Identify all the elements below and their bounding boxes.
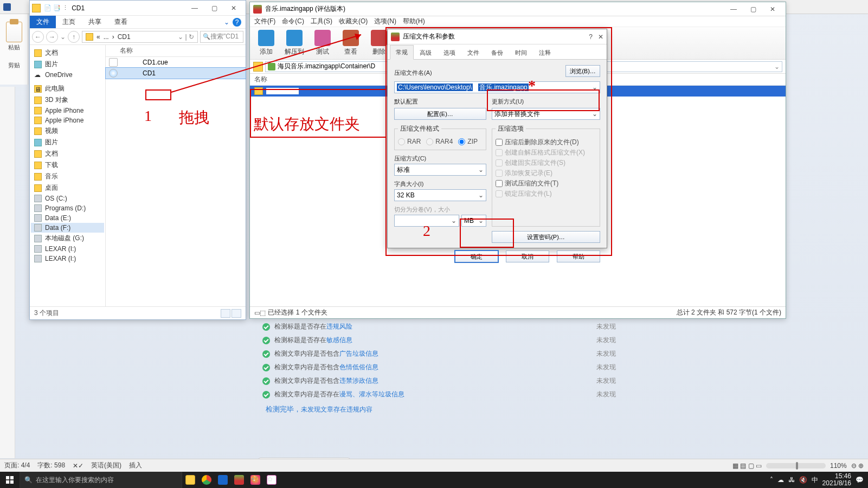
sidebar-item[interactable]: 下载: [31, 159, 104, 171]
insert-mode[interactable]: 插入: [129, 461, 142, 470]
browse-button[interactable]: 浏览(B)…: [565, 65, 600, 77]
sidebar-item[interactable]: Apple iPhone: [31, 115, 104, 125]
sidebar-item[interactable]: LEXAR (I:): [31, 244, 104, 254]
clock[interactable]: 15:462021/8/16: [822, 473, 851, 487]
sidebar-item[interactable]: Apple iPhone: [31, 106, 104, 115]
sidebar-item[interactable]: 视频: [31, 125, 104, 137]
maximize-button[interactable]: ▢: [743, 4, 763, 15]
chk-sfx[interactable]: 创建自解压格式压缩文件(X): [496, 148, 596, 157]
help-button[interactable]: 帮助: [557, 251, 600, 262]
archive-name-field[interactable]: C:\Users\lenovo\Desktop\ 音乐.imazingapp ⌄: [394, 81, 600, 93]
menu-item[interactable]: 选项(N): [374, 17, 396, 26]
tb-chrome[interactable]: [198, 472, 215, 488]
help-button[interactable]: ?: [589, 33, 593, 41]
tb-word[interactable]: [215, 472, 231, 488]
up-icon[interactable]: [253, 62, 263, 72]
menu-item[interactable]: 命令(C): [282, 17, 304, 26]
file-row[interactable]: CD1: [106, 68, 246, 79]
word-count[interactable]: 字数: 598: [37, 461, 65, 470]
sidebar-item[interactable]: OS (C:): [31, 194, 104, 203]
column-header[interactable]: 名称: [106, 45, 246, 57]
tab-注释[interactable]: 注释: [533, 46, 557, 60]
minimize-button[interactable]: —: [724, 4, 743, 15]
toolbar-查看[interactable]: 查看: [338, 28, 364, 58]
split-unit[interactable]: MB⌄: [461, 215, 486, 227]
sidebar-item[interactable]: 桌面: [31, 182, 104, 194]
search-input[interactable]: 🔍 搜索"CD1: [200, 31, 243, 43]
file-row[interactable]: CD1.cue: [106, 57, 246, 68]
page-count[interactable]: 页面: 4/4: [4, 461, 30, 470]
sidebar-item[interactable]: Programs (D:): [31, 203, 104, 213]
zoom-level[interactable]: 110%: [830, 462, 847, 470]
lang-indicator[interactable]: 英语(美国): [91, 461, 121, 470]
zoom-slider[interactable]: [766, 463, 826, 468]
tab-时间[interactable]: 时间: [509, 46, 533, 60]
update-mode-select[interactable]: 添加并替换文件⌄: [492, 108, 600, 120]
chk-solid[interactable]: 创建固实压缩文件(S): [496, 158, 596, 168]
close-button[interactable]: ✕: [598, 33, 603, 41]
close-button[interactable]: ✕: [224, 2, 243, 14]
tab-常规[interactable]: 常规: [390, 45, 414, 60]
profile-button[interactable]: 配置(E)…: [394, 108, 486, 120]
tray-vol[interactable]: 🔇: [799, 476, 807, 484]
menu-item[interactable]: 收藏夹(O): [339, 17, 368, 26]
tb-winrar[interactable]: [231, 472, 247, 488]
chk-recovery[interactable]: 添加恢复记录(E): [496, 169, 596, 178]
menu-item[interactable]: 帮助(H): [403, 17, 425, 26]
radio-rar4[interactable]: RAR4: [426, 138, 453, 145]
menu-item[interactable]: 工具(S): [311, 17, 332, 26]
sidebar-item[interactable]: 图片: [31, 137, 104, 148]
tab-选项[interactable]: 选项: [438, 46, 461, 60]
tray-onedrive[interactable]: ☁: [777, 476, 784, 484]
view-icons[interactable]: [232, 309, 241, 318]
method-select[interactable]: 标准⌄: [394, 164, 486, 176]
tab-file[interactable]: 文件: [30, 16, 56, 28]
radio-zip[interactable]: ZIP: [458, 138, 478, 145]
sidebar-item[interactable]: 3D 对象: [31, 94, 104, 106]
chk-delete[interactable]: 压缩后删除原来的文件(D): [496, 138, 596, 147]
tab-home[interactable]: 主页: [56, 16, 82, 28]
sidebar-item[interactable]: 文档: [31, 148, 104, 159]
cancel-button[interactable]: 取消: [506, 251, 549, 262]
tab-view[interactable]: 查看: [108, 16, 134, 28]
sidebar-item[interactable]: ☁OneDrive: [31, 70, 104, 80]
tray-up[interactable]: ˄: [770, 476, 773, 484]
nav-fwd[interactable]: →: [46, 31, 58, 43]
sidebar-item[interactable]: LEXAR (I:): [31, 254, 104, 264]
chk-lock[interactable]: 锁定压缩文件(L): [496, 189, 596, 198]
tab-高级[interactable]: 高级: [414, 46, 438, 60]
nav-back[interactable]: ←: [32, 31, 44, 43]
start-button[interactable]: [0, 472, 20, 488]
tb-explorer[interactable]: [182, 472, 198, 488]
breadcrumb[interactable]: « ...› CD1 ⌄ | ↻: [82, 31, 198, 43]
taskbar-search[interactable]: 🔍 在这里输入你要搜索的内容: [20, 472, 182, 488]
tb-paint[interactable]: 🎨: [247, 472, 263, 488]
chk-test[interactable]: 测试压缩的文件(T): [496, 179, 596, 188]
nav-up[interactable]: ↑: [68, 31, 80, 43]
view-details[interactable]: [221, 309, 230, 318]
toolbar-解压到[interactable]: 解压到: [281, 28, 307, 58]
sidebar-item[interactable]: 文档: [31, 47, 104, 59]
tray-ime[interactable]: 中: [812, 476, 818, 485]
tab-文件[interactable]: 文件: [461, 46, 485, 60]
close-button[interactable]: ✕: [763, 4, 782, 15]
dict-select[interactable]: 32 KB⌄: [394, 189, 486, 201]
menu-item[interactable]: 文件(F): [254, 17, 275, 26]
toolbar-测试[interactable]: 测试: [310, 28, 336, 58]
tray-notify[interactable]: 💬: [856, 476, 864, 484]
sidebar-item[interactable]: 图片: [31, 59, 104, 70]
sidebar-item[interactable]: Data (E:): [31, 213, 104, 223]
sidebar-item[interactable]: 音乐: [31, 171, 104, 182]
paste-icon[interactable]: [6, 22, 22, 42]
tray-net[interactable]: 🖧: [788, 476, 795, 484]
minimize-button[interactable]: —: [185, 2, 204, 14]
split-size[interactable]: ⌄: [394, 215, 459, 227]
toolbar-添加[interactable]: 添加: [253, 28, 279, 58]
ok-button[interactable]: 确定: [455, 251, 498, 262]
tab-备份[interactable]: 备份: [485, 46, 509, 60]
maximize-button[interactable]: ▢: [204, 2, 224, 14]
sidebar-item[interactable]: 🖥此电脑: [31, 83, 104, 94]
sidebar-item[interactable]: 本地磁盘 (G:): [31, 233, 104, 244]
tab-share[interactable]: 共享: [82, 16, 108, 28]
tb-app[interactable]: ✿: [263, 472, 280, 488]
